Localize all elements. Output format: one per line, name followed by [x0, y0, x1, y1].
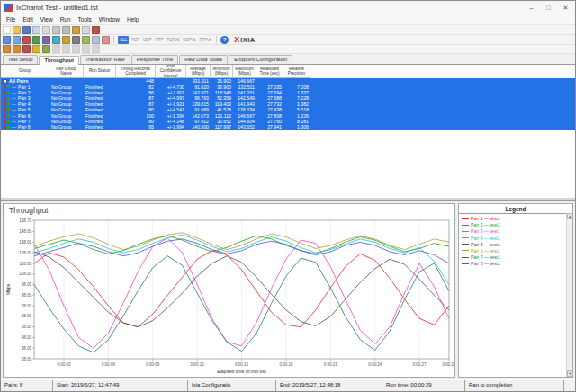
status-filler: [564, 380, 575, 391]
column-header-5[interactable]: 95% ConfidenceInterval: [156, 65, 186, 78]
save-test-icon[interactable]: [22, 26, 31, 34]
edit-pair-icon[interactable]: [32, 36, 40, 44]
legend-item-pair-2[interactable]: Pair 2 — test1: [462, 222, 565, 227]
menu-edit[interactable]: Edit: [19, 15, 36, 23]
stop-test-icon[interactable]: [13, 36, 21, 44]
tab-throughput[interactable]: Throughput: [39, 56, 79, 65]
tab-raw-data-totals[interactable]: Raw Data Totals: [179, 55, 228, 64]
close-icon[interactable]: ✕: [560, 3, 572, 13]
tree-connector: —: [12, 113, 16, 119]
cell: 7.208: [284, 85, 310, 90]
group-cell: —Pair 5: [1, 107, 50, 112]
open-test-icon[interactable]: [13, 26, 21, 34]
group-pairs-icon[interactable]: [42, 36, 50, 44]
new-test-icon[interactable]: [3, 26, 11, 34]
status-start-time: Start: 2019/5/27, 12:47:49: [53, 380, 188, 391]
tab-test-setup[interactable]: Test Setup: [3, 55, 38, 64]
minimize-icon[interactable]: –: [526, 3, 537, 13]
column-header-3[interactable]: Run Status: [84, 65, 116, 78]
cell: 8.281: [284, 119, 310, 124]
clipboard-icon[interactable]: [82, 26, 90, 34]
cell: 139.815: [186, 102, 211, 107]
legend-item-pair-4[interactable]: Pair 4 — test1: [462, 236, 565, 241]
group-cell: —Pair 8: [1, 124, 50, 129]
column-header-4[interactable]: Timing RecordsCompleted: [116, 65, 156, 78]
toolbar-pairs: [1, 45, 575, 54]
menu-run[interactable]: Run: [57, 15, 75, 23]
legend-item-pair-6[interactable]: Pair 6 — test1: [462, 248, 565, 254]
menu-window[interactable]: Window: [95, 15, 123, 23]
protocol-tcpv6-button[interactable]: TCPv6: [166, 36, 180, 44]
legend-item-pair-8[interactable]: Pair 8 — test1: [462, 261, 565, 266]
table-row-pair-8[interactable]: —Pair 8No GroupFinished95+/-1.994140.500…: [1, 124, 575, 129]
legend-item-pair-5[interactable]: Pair 5 — test1: [462, 242, 565, 247]
run-test-icon[interactable]: [3, 36, 11, 44]
column-header-6[interactable]: Average(Mbps): [186, 65, 211, 78]
column-header-1[interactable]: Group: [1, 65, 50, 78]
add-endpoint-pair-icon[interactable]: [3, 45, 11, 53]
protocol-rtp-button[interactable]: RTP: [155, 36, 165, 44]
cell: 1.337: [284, 90, 310, 95]
paste-icon[interactable]: [72, 26, 80, 34]
scroll-down-icon[interactable]: ▼: [567, 370, 573, 377]
protocol-udpv6-button[interactable]: UDPv6: [182, 36, 196, 44]
legend-scrollbar[interactable]: ▲ ▼: [566, 213, 572, 377]
svg-text:98.00: 98.00: [22, 282, 32, 287]
menu-help[interactable]: Help: [123, 15, 142, 23]
svg-text:68.00: 68.00: [22, 314, 32, 318]
ixia-port-icon[interactable]: [72, 36, 80, 44]
print-icon[interactable]: [32, 26, 40, 34]
status-run-time: Run time: 00:00:29: [382, 380, 465, 391]
console-icon[interactable]: [102, 36, 110, 44]
pair-label: Pair 6: [18, 113, 31, 119]
protocol-rtpv6-button[interactable]: RTPv6: [198, 36, 212, 44]
cell: +/-1.394: [156, 113, 186, 119]
column-header-7[interactable]: Minimum(Mbps): [211, 65, 233, 78]
cell: 448: [116, 78, 156, 84]
group-cell: —Pair 3: [1, 95, 50, 101]
cell: 142.971: [186, 90, 211, 95]
tree-connector: —: [12, 102, 16, 107]
cut-icon[interactable]: [52, 26, 60, 34]
add-hardware-pair-icon[interactable]: [32, 45, 40, 53]
collapse-icon[interactable]: -: [3, 79, 7, 84]
column-header-2[interactable]: Pair GroupName: [50, 65, 84, 78]
timing-icon[interactable]: [92, 36, 100, 44]
help-icon[interactable]: ?: [220, 36, 229, 44]
menu-tools[interactable]: Tools: [75, 15, 95, 23]
protocol-tcp-button[interactable]: TCP: [130, 36, 140, 44]
cell: 931.311: [186, 78, 211, 84]
scroll-up-icon[interactable]: ▲: [567, 213, 573, 219]
cell: 27.941: [256, 124, 284, 129]
cell: 41.528: [211, 107, 233, 112]
add-multicast-group-icon[interactable]: [13, 45, 21, 53]
protocol-udp-button[interactable]: UDP: [142, 36, 153, 44]
legend-item-pair-7[interactable]: Pair 7 — test1: [462, 254, 565, 260]
print-preview-icon[interactable]: [42, 26, 50, 34]
toolbar-test: ALLTCPUDPRTPTCPv6UDPv6RTPv6?XIXIA: [1, 35, 575, 45]
maximize-icon[interactable]: □: [543, 3, 554, 13]
menu-view[interactable]: View: [37, 15, 57, 23]
legend-item-pair-1[interactable]: Pair 1 — test1: [462, 216, 565, 221]
column-header-10[interactable]: RelativePrecision: [284, 65, 310, 78]
legend-item-pair-3[interactable]: Pair 3 — test1: [462, 228, 565, 234]
tab-transaction-rate[interactable]: Transaction Rate: [80, 55, 130, 64]
menu-file[interactable]: File: [3, 15, 19, 23]
cell: 1.306: [284, 124, 310, 129]
column-header-8[interactable]: Maximum(Mbps): [233, 65, 256, 78]
find-icon[interactable]: [92, 26, 100, 34]
cell: 32.652: [211, 119, 233, 124]
copy-icon[interactable]: [62, 26, 70, 34]
add-pair-icon[interactable]: [22, 36, 31, 44]
add-vpn-pair-icon[interactable]: [22, 45, 31, 53]
protocol-all-button[interactable]: ALL: [118, 36, 129, 44]
cell: No Group: [50, 102, 84, 107]
replicate-pair-icon[interactable]: [42, 45, 50, 53]
grid-view-icon[interactable]: [62, 36, 70, 44]
column-header-9[interactable]: MeasuredTime (sec): [256, 65, 284, 78]
svg-text:0:00:29: 0:00:29: [442, 362, 454, 367]
chart-view-icon[interactable]: [52, 36, 60, 44]
endpoint-icon[interactable]: [82, 36, 90, 44]
tab-response-time[interactable]: Response Time: [131, 55, 178, 64]
tab-endpoint-configuration[interactable]: Endpoint Configuration: [229, 55, 292, 64]
